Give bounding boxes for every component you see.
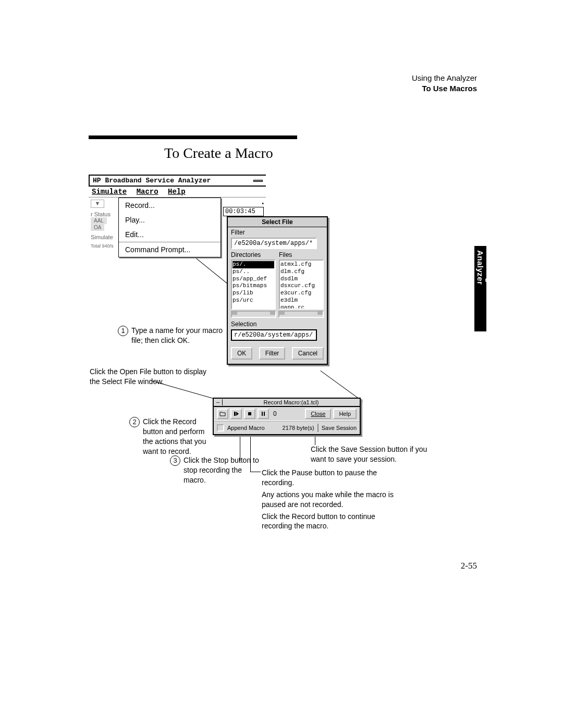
svg-marker-1 bbox=[236, 412, 239, 416]
annotation-text: Click the Record button and perform the … bbox=[143, 417, 215, 456]
menu-simulate[interactable]: Simulate bbox=[92, 188, 127, 196]
files-list[interactable]: atmxl.cfg dlm.cfg dsdlm dsxcur.cfg e3cur… bbox=[279, 260, 324, 310]
selection-input[interactable] bbox=[231, 329, 317, 341]
list-item[interactable]: e3dlm bbox=[280, 297, 322, 304]
record-button[interactable] bbox=[230, 409, 242, 419]
menu-macro[interactable]: Macro bbox=[137, 188, 158, 196]
list-item[interactable]: dsdlm bbox=[280, 276, 322, 283]
record-count: 0 bbox=[273, 410, 277, 417]
annotation-openfile: Click the Open File button to display th… bbox=[90, 367, 210, 387]
directories-label: Directories bbox=[231, 251, 276, 258]
separator bbox=[317, 424, 319, 432]
step-number-icon: 3 bbox=[170, 455, 180, 466]
list-item[interactable]: atmxl.cfg bbox=[280, 261, 322, 268]
filter-label: Filter bbox=[228, 227, 327, 238]
list-item[interactable]: gapp.rc bbox=[280, 304, 322, 310]
chapter-title: Using the Analyzer bbox=[476, 250, 494, 298]
pause-button[interactable] bbox=[258, 409, 269, 419]
annotation-text: Click the Stop button to stop recording … bbox=[183, 455, 264, 485]
list-item[interactable]: ps/urc bbox=[232, 297, 274, 304]
record-macro-palette: — Record Macro:(a1.tcl) 0 Close Help App… bbox=[213, 398, 361, 435]
help-button[interactable]: Help bbox=[333, 409, 357, 419]
total-label: Total 940/s bbox=[91, 243, 116, 249]
ok-button[interactable]: OK bbox=[231, 347, 252, 360]
status-label: r Status bbox=[91, 211, 116, 217]
window-titlebar[interactable]: HP Broadband Service Analyzer bbox=[89, 175, 266, 187]
annotation-text: Click the Pause button to pause the reco… bbox=[262, 468, 402, 488]
list-item[interactable]: ps/lib bbox=[232, 290, 274, 297]
tab-oa[interactable]: OA bbox=[91, 224, 104, 231]
annotation-text: Click the Record button to continue reco… bbox=[262, 512, 402, 532]
section-title: To Create a Macro bbox=[164, 145, 273, 162]
page-number: 2-55 bbox=[461, 561, 477, 571]
annotation-text: Any actions you make while the macro is … bbox=[262, 490, 402, 510]
stop-button[interactable] bbox=[244, 409, 255, 419]
elapsed-time-field[interactable] bbox=[223, 207, 264, 216]
select-file-dialog: Select File Filter Directories ps/. ps/.… bbox=[227, 216, 328, 365]
record-icon bbox=[233, 411, 239, 417]
annotation-3: 3 Click the Stop button to stop recordin… bbox=[170, 455, 264, 485]
open-file-button[interactable] bbox=[217, 409, 228, 419]
callout-line bbox=[320, 371, 362, 402]
section-rule bbox=[89, 135, 297, 139]
menu-item-play[interactable]: Play... bbox=[119, 213, 221, 227]
chapter-number: 2 bbox=[485, 250, 494, 255]
window-title: HP Broadband Service Analyzer bbox=[93, 177, 211, 184]
stop-icon bbox=[247, 411, 253, 417]
annotation-text: Type a name for your macro file; then cl… bbox=[131, 326, 227, 346]
list-item[interactable]: ps/.. bbox=[232, 268, 274, 276]
list-item[interactable]: dsxcur.cfg bbox=[280, 282, 322, 290]
filter-input[interactable] bbox=[231, 238, 317, 249]
menu-help[interactable]: Help bbox=[168, 188, 186, 196]
pause-icon bbox=[260, 411, 266, 417]
svg-rect-0 bbox=[234, 412, 236, 416]
palette-title: Record Macro:(a1.tcl) bbox=[223, 399, 360, 406]
step-number-icon: 1 bbox=[118, 326, 128, 336]
cancel-button[interactable]: Cancel bbox=[292, 347, 324, 360]
page-header: Using the Analyzer To Use Macros bbox=[412, 73, 477, 94]
tab-aal[interactable]: AAL bbox=[91, 217, 107, 224]
main-left-panel: ▼ r Status AAL OA Simulate Total 940/s bbox=[89, 198, 118, 257]
step-number-icon: 2 bbox=[129, 417, 140, 427]
simulate-label: Simulate bbox=[91, 234, 116, 240]
menu-item-edit[interactable]: Edit... bbox=[119, 227, 221, 242]
selection-label: Selection bbox=[228, 319, 327, 329]
menu-item-command-prompt[interactable]: Command Prompt... bbox=[119, 242, 221, 257]
chapter-tab: 2 Using the Analyzer bbox=[474, 246, 486, 331]
bytes-label: 2178 byte(s) bbox=[283, 425, 314, 431]
annotation-1: 1 Type a name for your macro file; then … bbox=[118, 326, 227, 346]
menu-bar: Simulate Macro Help bbox=[89, 187, 266, 198]
list-item[interactable]: e3cur.cfg bbox=[280, 290, 322, 297]
append-macro-checkbox[interactable] bbox=[217, 424, 224, 431]
menu-item-record[interactable]: Record... bbox=[119, 198, 221, 213]
append-macro-label: Append Macro bbox=[227, 425, 265, 431]
svg-rect-3 bbox=[262, 412, 263, 416]
scrollbar[interactable] bbox=[278, 311, 324, 318]
list-item[interactable]: dlm.cfg bbox=[280, 268, 322, 276]
close-button[interactable]: Close bbox=[305, 409, 331, 419]
svg-rect-2 bbox=[248, 412, 251, 415]
header-line1: Using the Analyzer bbox=[412, 73, 477, 83]
dialog-title: Select File bbox=[228, 217, 327, 227]
annotation-pause: Click the Pause button to pause the reco… bbox=[262, 468, 402, 531]
scrollbar[interactable] bbox=[231, 311, 276, 318]
header-line2: To Use Macros bbox=[412, 83, 477, 94]
folder-open-icon bbox=[219, 411, 226, 417]
annotation-savesession: Click the Save Session button if you wan… bbox=[311, 445, 431, 464]
system-menu-icon[interactable]: — bbox=[214, 399, 223, 405]
list-item[interactable]: ps/app_def bbox=[232, 276, 274, 283]
save-session-button[interactable]: Save Session bbox=[322, 425, 357, 431]
svg-rect-4 bbox=[264, 412, 265, 416]
macro-menu-dropdown: Record... Play... Edit... Command Prompt… bbox=[118, 198, 221, 257]
directories-list[interactable]: ps/. ps/.. ps/app_def ps/bitmaps ps/lib … bbox=[231, 260, 276, 310]
list-item[interactable]: ps/. bbox=[232, 261, 274, 268]
list-item[interactable]: ps/bitmaps bbox=[232, 282, 274, 290]
annotation-2: 2 Click the Record button and perform th… bbox=[129, 417, 215, 456]
filter-button[interactable]: Filter bbox=[259, 347, 286, 360]
window-minimize-icon[interactable] bbox=[253, 180, 263, 182]
files-label: Files bbox=[279, 251, 324, 258]
